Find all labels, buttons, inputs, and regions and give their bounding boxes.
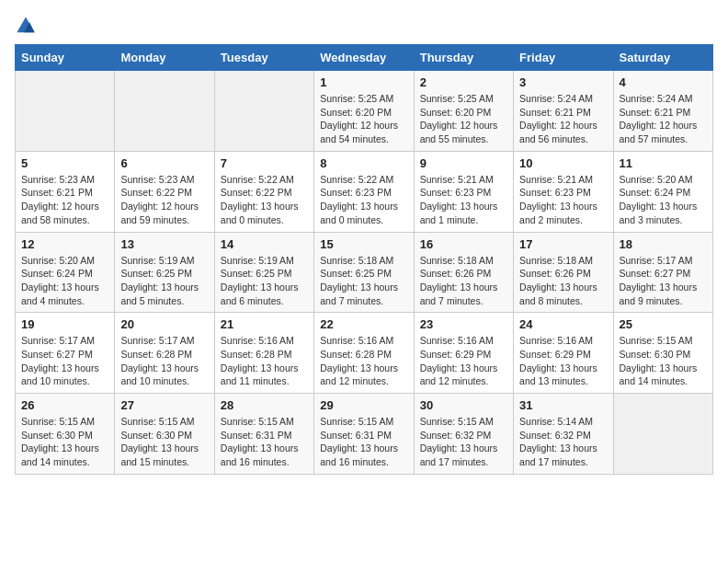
day-number: 17 — [519, 237, 607, 251]
calendar-cell — [115, 71, 214, 152]
day-number: 8 — [320, 156, 407, 170]
calendar-week-row: 19Sunrise: 5:17 AM Sunset: 6:27 PM Dayli… — [16, 313, 713, 394]
day-number: 16 — [420, 237, 507, 251]
day-number: 14 — [221, 237, 308, 251]
calendar-cell: 4Sunrise: 5:24 AM Sunset: 6:21 PM Daylig… — [613, 71, 712, 152]
day-number: 23 — [420, 317, 507, 331]
day-info: Sunrise: 5:14 AM Sunset: 6:32 PM Dayligh… — [519, 415, 607, 469]
calendar-cell: 13Sunrise: 5:19 AM Sunset: 6:25 PM Dayli… — [115, 232, 214, 313]
day-number: 3 — [519, 75, 607, 89]
day-info: Sunrise: 5:20 AM Sunset: 6:24 PM Dayligh… — [620, 173, 707, 227]
day-info: Sunrise: 5:16 AM Sunset: 6:29 PM Dayligh… — [420, 334, 507, 388]
day-info: Sunrise: 5:17 AM Sunset: 6:28 PM Dayligh… — [120, 334, 208, 388]
day-info: Sunrise: 5:17 AM Sunset: 6:27 PM Dayligh… — [620, 254, 707, 308]
day-info: Sunrise: 5:15 AM Sunset: 6:30 PM Dayligh… — [120, 415, 208, 469]
day-number: 30 — [420, 398, 507, 412]
day-number: 18 — [620, 237, 707, 251]
calendar-cell: 3Sunrise: 5:24 AM Sunset: 6:21 PM Daylig… — [514, 71, 613, 152]
header — [15, 15, 713, 37]
day-info: Sunrise: 5:25 AM Sunset: 6:20 PM Dayligh… — [320, 92, 407, 146]
day-info: Sunrise: 5:16 AM Sunset: 6:28 PM Dayligh… — [320, 334, 407, 388]
calendar-cell: 11Sunrise: 5:20 AM Sunset: 6:24 PM Dayli… — [613, 151, 712, 232]
day-number: 29 — [320, 398, 407, 412]
calendar-cell: 10Sunrise: 5:21 AM Sunset: 6:23 PM Dayli… — [514, 151, 613, 232]
calendar-cell: 22Sunrise: 5:16 AM Sunset: 6:28 PM Dayli… — [314, 313, 414, 394]
calendar-cell: 9Sunrise: 5:21 AM Sunset: 6:23 PM Daylig… — [414, 151, 513, 232]
calendar-cell: 6Sunrise: 5:23 AM Sunset: 6:22 PM Daylig… — [115, 151, 214, 232]
header-thursday: Thursday — [414, 45, 513, 71]
day-number: 12 — [21, 237, 108, 251]
day-number: 9 — [420, 156, 507, 170]
calendar-cell — [613, 394, 712, 475]
day-info: Sunrise: 5:24 AM Sunset: 6:21 PM Dayligh… — [519, 92, 607, 146]
header-sunday: Sunday — [16, 45, 115, 71]
day-number: 7 — [221, 156, 308, 170]
calendar-cell: 30Sunrise: 5:15 AM Sunset: 6:32 PM Dayli… — [414, 394, 513, 475]
calendar-cell: 15Sunrise: 5:18 AM Sunset: 6:25 PM Dayli… — [314, 232, 414, 313]
day-number: 10 — [519, 156, 607, 170]
day-number: 13 — [120, 237, 208, 251]
day-info: Sunrise: 5:17 AM Sunset: 6:27 PM Dayligh… — [21, 334, 108, 388]
day-number: 2 — [420, 75, 507, 89]
day-number: 22 — [320, 317, 407, 331]
day-number: 27 — [120, 398, 208, 412]
header-saturday: Saturday — [613, 45, 712, 71]
calendar-table: SundayMondayTuesdayWednesdayThursdayFrid… — [15, 44, 713, 475]
calendar-cell: 5Sunrise: 5:23 AM Sunset: 6:21 PM Daylig… — [16, 151, 115, 232]
header-wednesday: Wednesday — [314, 45, 414, 71]
calendar-cell: 29Sunrise: 5:15 AM Sunset: 6:31 PM Dayli… — [314, 394, 414, 475]
calendar-cell: 24Sunrise: 5:16 AM Sunset: 6:29 PM Dayli… — [514, 313, 613, 394]
day-info: Sunrise: 5:20 AM Sunset: 6:24 PM Dayligh… — [21, 254, 108, 308]
day-info: Sunrise: 5:15 AM Sunset: 6:32 PM Dayligh… — [420, 415, 507, 469]
day-info: Sunrise: 5:15 AM Sunset: 6:31 PM Dayligh… — [221, 415, 308, 469]
day-number: 15 — [320, 237, 407, 251]
day-number: 28 — [221, 398, 308, 412]
day-info: Sunrise: 5:16 AM Sunset: 6:28 PM Dayligh… — [221, 334, 308, 388]
day-info: Sunrise: 5:25 AM Sunset: 6:20 PM Dayligh… — [420, 92, 507, 146]
day-info: Sunrise: 5:21 AM Sunset: 6:23 PM Dayligh… — [420, 173, 507, 227]
day-number: 24 — [519, 317, 607, 331]
header-monday: Monday — [115, 45, 214, 71]
day-info: Sunrise: 5:19 AM Sunset: 6:25 PM Dayligh… — [120, 254, 208, 308]
calendar-cell: 26Sunrise: 5:15 AM Sunset: 6:30 PM Dayli… — [16, 394, 115, 475]
day-number: 20 — [120, 317, 208, 331]
calendar-week-row: 26Sunrise: 5:15 AM Sunset: 6:30 PM Dayli… — [16, 394, 713, 475]
day-number: 6 — [120, 156, 208, 170]
day-number: 31 — [519, 398, 607, 412]
day-number: 4 — [620, 75, 707, 89]
calendar-cell: 27Sunrise: 5:15 AM Sunset: 6:30 PM Dayli… — [115, 394, 214, 475]
calendar-week-row: 12Sunrise: 5:20 AM Sunset: 6:24 PM Dayli… — [16, 232, 713, 313]
calendar-cell: 23Sunrise: 5:16 AM Sunset: 6:29 PM Dayli… — [414, 313, 513, 394]
day-info: Sunrise: 5:22 AM Sunset: 6:22 PM Dayligh… — [221, 173, 308, 227]
day-info: Sunrise: 5:22 AM Sunset: 6:23 PM Dayligh… — [320, 173, 407, 227]
calendar-week-row: 5Sunrise: 5:23 AM Sunset: 6:21 PM Daylig… — [16, 151, 713, 232]
day-number: 21 — [221, 317, 308, 331]
day-info: Sunrise: 5:18 AM Sunset: 6:25 PM Dayligh… — [320, 254, 407, 308]
day-info: Sunrise: 5:15 AM Sunset: 6:30 PM Dayligh… — [620, 334, 707, 388]
header-tuesday: Tuesday — [214, 45, 313, 71]
calendar-cell: 17Sunrise: 5:18 AM Sunset: 6:26 PM Dayli… — [514, 232, 613, 313]
day-number: 1 — [320, 75, 407, 89]
calendar-cell: 1Sunrise: 5:25 AM Sunset: 6:20 PM Daylig… — [314, 71, 414, 152]
day-number: 26 — [21, 398, 108, 412]
day-info: Sunrise: 5:23 AM Sunset: 6:21 PM Dayligh… — [21, 173, 108, 227]
calendar-cell: 19Sunrise: 5:17 AM Sunset: 6:27 PM Dayli… — [16, 313, 115, 394]
day-info: Sunrise: 5:19 AM Sunset: 6:25 PM Dayligh… — [221, 254, 308, 308]
calendar-cell — [214, 71, 313, 152]
calendar-cell: 14Sunrise: 5:19 AM Sunset: 6:25 PM Dayli… — [214, 232, 313, 313]
day-info: Sunrise: 5:23 AM Sunset: 6:22 PM Dayligh… — [120, 173, 208, 227]
calendar-cell: 7Sunrise: 5:22 AM Sunset: 6:22 PM Daylig… — [214, 151, 313, 232]
logo-icon — [15, 15, 37, 37]
calendar-cell — [16, 71, 115, 152]
header-friday: Friday — [514, 45, 613, 71]
calendar-cell: 12Sunrise: 5:20 AM Sunset: 6:24 PM Dayli… — [16, 232, 115, 313]
day-info: Sunrise: 5:18 AM Sunset: 6:26 PM Dayligh… — [519, 254, 607, 308]
calendar-week-row: 1Sunrise: 5:25 AM Sunset: 6:20 PM Daylig… — [16, 71, 713, 152]
day-info: Sunrise: 5:15 AM Sunset: 6:30 PM Dayligh… — [21, 415, 108, 469]
day-info: Sunrise: 5:21 AM Sunset: 6:23 PM Dayligh… — [519, 173, 607, 227]
calendar-cell: 2Sunrise: 5:25 AM Sunset: 6:20 PM Daylig… — [414, 71, 513, 152]
day-info: Sunrise: 5:18 AM Sunset: 6:26 PM Dayligh… — [420, 254, 507, 308]
day-number: 11 — [620, 156, 707, 170]
day-info: Sunrise: 5:24 AM Sunset: 6:21 PM Dayligh… — [620, 92, 707, 146]
calendar-header-row: SundayMondayTuesdayWednesdayThursdayFrid… — [16, 45, 713, 71]
